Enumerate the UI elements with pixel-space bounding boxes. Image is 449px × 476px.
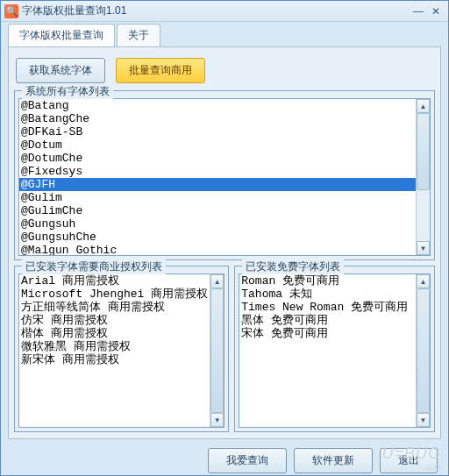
scroll-up-icon[interactable]: ▲ — [210, 274, 224, 288]
list-item[interactable]: @Gulim — [19, 191, 416, 204]
list-item[interactable]: 新宋体 商用需授权 — [19, 353, 210, 366]
list-item[interactable]: @Fixedsys — [19, 165, 416, 178]
list-item[interactable]: 宋体 免费可商用 — [239, 327, 416, 340]
all-fonts-listbox[interactable]: @Batang@BatangChe@DFKai-SB@Dotum@DotumCh… — [19, 99, 416, 255]
list-item[interactable]: 楷体 商用需授权 — [19, 327, 210, 340]
scroll-track[interactable] — [210, 288, 224, 413]
free-fonts-listwrap: Roman 免费可商用Tahoma 未知Times New Roman 免费可商… — [239, 274, 431, 428]
list-item[interactable]: Roman 免费可商用 — [239, 274, 416, 288]
list-item[interactable]: 微软雅黑 商用需授权 — [19, 340, 210, 353]
list-item[interactable]: @DFKai-SB — [19, 125, 416, 139]
watermark-text: U=BUG — [381, 444, 441, 462]
list-item[interactable]: Times New Roman 免费可商用 — [239, 301, 416, 314]
need-license-listbox[interactable]: Arial 商用需授权Microsoft Jhenghei 商用需授权方正细等线… — [19, 274, 210, 427]
scroll-thumb[interactable] — [417, 288, 430, 413]
free-fonts-legend: 已安装免费字体列表 — [242, 259, 344, 274]
list-item[interactable]: 方正细等线简体 商用需授权 — [19, 301, 210, 314]
bottom-lists-row: 已安装字体需要商业授权列表 Arial 商用需授权Microsoft Jheng… — [14, 266, 435, 432]
main-panel: 获取系统字体 批量查询商用 系统所有字体列表 @Batang@BatangChe… — [8, 46, 441, 439]
scroll-up-icon[interactable]: ▲ — [417, 274, 430, 288]
all-fonts-legend: 系统所有字体列表 — [22, 84, 113, 99]
app-icon: 🔍 — [4, 4, 18, 18]
scroll-thumb[interactable] — [210, 288, 224, 413]
list-item[interactable]: @Dotum — [19, 139, 416, 152]
list-item[interactable]: 仿宋 商用需授权 — [19, 314, 210, 327]
top-button-row: 获取系统字体 批量查询商用 — [16, 58, 433, 83]
all-fonts-listwrap: @Batang@BatangChe@DFKai-SB@Dotum@DotumCh… — [18, 98, 431, 256]
get-system-fonts-button[interactable]: 获取系统字体 — [16, 58, 105, 83]
list-item[interactable]: @Batang — [19, 99, 416, 112]
free-fonts-group: 已安装免费字体列表 Roman 免费可商用Tahoma 未知Times New … — [234, 266, 435, 432]
list-item[interactable]: Microsoft Jhenghei 商用需授权 — [19, 288, 210, 301]
scroll-thumb[interactable] — [417, 113, 430, 190]
close-button[interactable]: ✕ — [427, 4, 445, 18]
batch-query-button[interactable]: 批量查询商用 — [116, 58, 205, 83]
i-love-query-button[interactable]: 我爱查询 — [208, 448, 287, 473]
tab-about[interactable]: 关于 — [117, 24, 160, 46]
list-item[interactable]: @GungsuhChe — [19, 231, 416, 244]
need-license-scrollbar[interactable]: ▲ ▼ — [210, 274, 224, 427]
list-item[interactable]: @GJFH — [19, 178, 416, 191]
watermark-sub: .com — [381, 463, 441, 472]
free-fonts-scrollbar[interactable]: ▲ ▼ — [416, 274, 430, 427]
scroll-down-icon[interactable]: ▼ — [417, 413, 430, 427]
software-update-button[interactable]: 软件更新 — [294, 448, 373, 473]
need-license-listwrap: Arial 商用需授权Microsoft Jhenghei 商用需授权方正细等线… — [18, 274, 224, 428]
window-title: 字体版权批量查询1.01 — [22, 4, 410, 18]
tabbar: 字体版权批量查询 关于 — [1, 24, 448, 46]
list-item[interactable]: @GulimChe — [19, 204, 416, 217]
app-window: 🔍 字体版权批量查询1.01 — ✕ 字体版权批量查询 关于 获取系统字体 批量… — [0, 0, 449, 476]
minimize-button[interactable]: — — [410, 4, 427, 18]
watermark: U=BUG .com — [381, 444, 441, 472]
list-item[interactable]: @BatangChe — [19, 112, 416, 125]
scroll-down-icon[interactable]: ▼ — [417, 241, 430, 255]
titlebar: 🔍 字体版权批量查询1.01 — ✕ — [1, 1, 448, 22]
free-fonts-listbox[interactable]: Roman 免费可商用Tahoma 未知Times New Roman 免费可商… — [239, 274, 416, 427]
scroll-track[interactable] — [417, 288, 430, 413]
need-license-legend: 已安装字体需要商业授权列表 — [22, 259, 166, 274]
list-item[interactable]: @DotumChe — [19, 152, 416, 165]
scroll-up-icon[interactable]: ▲ — [417, 99, 430, 113]
scroll-down-icon[interactable]: ▼ — [210, 413, 224, 427]
all-fonts-scrollbar[interactable]: ▲ ▼ — [416, 99, 430, 255]
list-item[interactable]: @Malgun Gothic — [19, 244, 416, 255]
list-item[interactable]: 黑体 免费可商用 — [239, 314, 416, 327]
scroll-track[interactable] — [417, 113, 430, 241]
need-license-group: 已安装字体需要商业授权列表 Arial 商用需授权Microsoft Jheng… — [14, 266, 229, 432]
list-item[interactable]: Arial 商用需授权 — [19, 274, 210, 288]
tab-main[interactable]: 字体版权批量查询 — [8, 24, 115, 46]
list-item[interactable]: Tahoma 未知 — [239, 288, 416, 301]
list-item[interactable]: @Gungsuh — [19, 217, 416, 231]
all-fonts-group: 系统所有字体列表 @Batang@BatangChe@DFKai-SB@Dotu… — [14, 90, 435, 260]
